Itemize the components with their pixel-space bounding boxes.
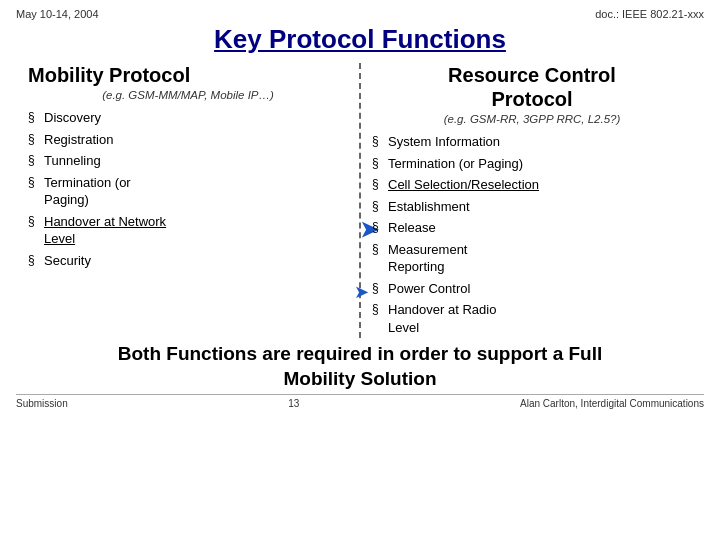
two-column-layout: Mobility Protocol (e.g. GSM-MM/MAP, Mobi…	[16, 63, 704, 338]
header-date: May 10-14, 2004	[16, 8, 99, 20]
list-item: Registration	[28, 129, 348, 151]
footer-right: Alan Carlton, Interdigital Communication…	[520, 398, 704, 409]
left-column: Mobility Protocol (e.g. GSM-MM/MAP, Mobi…	[16, 63, 360, 338]
list-item: Establishment	[372, 196, 692, 218]
both-functions-line2: Mobility Solution	[283, 368, 436, 389]
footer-center: 13	[288, 398, 299, 409]
both-functions-text: Both Functions are required in order to …	[16, 342, 704, 391]
list-item: MeasurementReporting	[372, 239, 692, 278]
right-column: Resource ControlProtocol (e.g. GSM-RR, 3…	[360, 63, 704, 338]
handover-network-label: Handover at NetworkLevel	[44, 214, 166, 247]
arrow-reporting-icon: ➤	[354, 280, 369, 304]
left-col-subtitle: (e.g. GSM-MM/MAP, Mobile IP…)	[28, 89, 348, 101]
slide: May 10-14, 2004 doc.: IEEE 802.21-xxx Ke…	[0, 0, 720, 540]
left-bullet-list: Discovery Registration Tunneling Termina…	[28, 107, 348, 271]
list-item: Handover at NetworkLevel ➤	[28, 211, 348, 250]
list-item: Discovery	[28, 107, 348, 129]
right-col-subtitle: (e.g. GSM-RR, 3GPP RRC, L2.5?)	[372, 113, 692, 125]
list-item: System Information	[372, 131, 692, 153]
list-item: ➤ Power Control	[372, 278, 692, 300]
right-bullet-list: System Information Termination (or Pagin…	[372, 131, 692, 338]
list-item: Cell Selection/Reselection	[372, 174, 692, 196]
list-item: Tunneling	[28, 150, 348, 172]
list-item: Termination (orPaging)	[28, 172, 348, 211]
cell-selection-label: Cell Selection/Reselection	[388, 177, 539, 192]
both-functions-line1: Both Functions are required in order to …	[118, 343, 603, 364]
list-item: Handover at RadioLevel	[372, 299, 692, 338]
header-doc: doc.: IEEE 802.21-xxx	[595, 8, 704, 20]
footer-left: Submission	[16, 398, 68, 409]
right-col-title: Resource ControlProtocol	[372, 63, 692, 111]
header-bar: May 10-14, 2004 doc.: IEEE 802.21-xxx	[16, 8, 704, 20]
slide-title: Key Protocol Functions	[16, 24, 704, 55]
list-item: Termination (or Paging)	[372, 153, 692, 175]
list-item: Security	[28, 250, 348, 272]
list-item: Release	[372, 217, 692, 239]
footer-bar: Submission 13 Alan Carlton, Interdigital…	[16, 394, 704, 409]
left-col-title: Mobility Protocol	[28, 63, 348, 87]
